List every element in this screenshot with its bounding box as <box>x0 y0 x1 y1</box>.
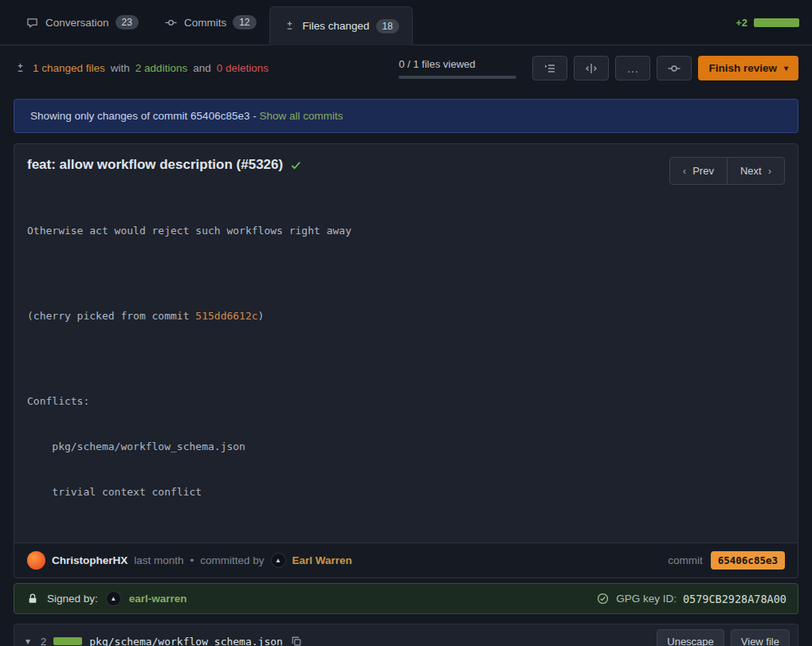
author-avatar[interactable] <box>27 551 45 570</box>
show-all-commits-link[interactable]: Show all commits <box>259 110 343 122</box>
tab-files-changed[interactable]: Files changed 18 <box>269 6 413 45</box>
chevron-left-icon: ‹ <box>683 165 686 177</box>
commit-message-line: pkg/schema/workflow_schema.json <box>27 439 785 454</box>
files-viewed-label: 0 / 1 files viewed <box>398 58 516 70</box>
file-name[interactable]: pkg/schema/workflow_schema.json <box>89 636 283 646</box>
commit-message-body: Otherwise act would reject such workflow… <box>14 190 798 542</box>
changed-files-count: 1 changed files <box>33 62 105 74</box>
unified-diff-button[interactable] <box>532 56 567 80</box>
additions-count: 2 additions <box>135 62 187 74</box>
changed-files-summary: 1 changed files with 2 additions and 0 d… <box>0 45 812 91</box>
file-diff-stat-bar <box>53 637 82 645</box>
pr-tabbar: Conversation 23 Commits 12 Files changed… <box>0 0 812 45</box>
commit-message-line: Otherwise act would reject such workflow… <box>27 223 785 238</box>
prev-commit-button[interactable]: ‹ Prev <box>669 157 728 185</box>
commit-icon <box>164 15 178 29</box>
signature-banner: Signed by: ▲ earl-warren GPG key ID: 057… <box>14 583 798 614</box>
gpg-key-label: GPG key ID: <box>616 593 677 605</box>
and-text: and <box>193 62 211 74</box>
lock-icon <box>25 592 39 606</box>
pr-diff-stat: +2 <box>736 0 799 45</box>
cherry-pick-commit-link[interactable]: 515dd6612c <box>195 310 257 322</box>
diff-options-button[interactable]: … <box>615 56 650 80</box>
commit-box: feat: allow workflow description (#5326)… <box>14 143 798 578</box>
files-viewed: 0 / 1 files viewed <box>398 58 516 79</box>
signer-name[interactable]: earl-warren <box>129 593 187 605</box>
commit-status-check-icon[interactable] <box>290 159 302 171</box>
committed-by-text: committed by <box>200 554 264 566</box>
diff-file-box: ▾ 2 pkg/schema/workflow_schema.json Unes… <box>14 624 798 646</box>
commit-title: feat: allow workflow description (#5326) <box>27 157 302 173</box>
prev-label: Prev <box>692 165 714 177</box>
banner-text: Showing only changes of commit 65406c85e… <box>30 110 257 122</box>
tab-files-changed-label: Files changed <box>303 20 370 32</box>
commit-message-line: (cherry picked from commit 515dd6612c) <box>27 308 785 323</box>
split-diff-button[interactable] <box>574 56 609 80</box>
files-changed-count-badge: 18 <box>376 19 399 33</box>
author-name[interactable]: ChristopherHX <box>52 554 127 566</box>
comment-bubble-icon <box>25 15 39 29</box>
signer-avatar[interactable]: ▲ <box>106 591 121 606</box>
tab-commits[interactable]: Commits 12 <box>151 0 269 45</box>
committer-avatar[interactable]: ▲ <box>271 553 286 568</box>
copy-filename-button[interactable] <box>290 634 304 646</box>
diff-file-header: ▾ 2 pkg/schema/workflow_schema.json Unes… <box>14 624 798 646</box>
diff-file-icon <box>14 61 27 76</box>
commit-title-text: feat: allow workflow description (#5326) <box>27 157 283 173</box>
with-text: with <box>111 62 130 74</box>
commit-sha-badge[interactable]: 65406c85e3 <box>711 551 785 570</box>
view-file-button[interactable]: View file <box>731 629 790 646</box>
gpg-key-id: 0579CB2928A78A00 <box>683 593 787 605</box>
signed-by-label: Signed by: <box>47 593 98 605</box>
committer-name[interactable]: Earl Warren <box>292 554 352 566</box>
commit-message-line: trivial context conflict <box>27 484 785 499</box>
diff-stat-bar <box>754 18 799 27</box>
commit-meta-row: ChristopherHX last month • committed by … <box>14 542 798 577</box>
commit-label: commit <box>668 554 703 566</box>
commit-filter-banner: Showing only changes of commit 65406c85e… <box>14 99 798 133</box>
chevron-right-icon: › <box>768 165 771 177</box>
tab-conversation-label: Conversation <box>45 17 109 29</box>
file-collapse-chevron[interactable]: ▾ <box>22 634 33 646</box>
finish-review-button[interactable]: Finish review ▾ <box>698 56 798 80</box>
commit-select-button[interactable] <box>657 56 692 80</box>
tab-commits-label: Commits <box>184 17 226 29</box>
file-change-count: 2 <box>41 636 46 646</box>
tab-conversation[interactable]: Conversation 23 <box>13 0 151 45</box>
next-commit-button[interactable]: Next › <box>727 157 785 185</box>
commit-time: last month <box>134 554 183 566</box>
finish-review-label: Finish review <box>708 62 777 74</box>
unescape-button[interactable]: Unescape <box>657 629 724 646</box>
diff-stat-additions: +2 <box>736 17 747 29</box>
diff-icon <box>283 19 296 33</box>
deletions-count: 0 deletions <box>217 62 269 74</box>
shield-check-icon <box>596 592 610 606</box>
commit-message-line: Conflicts: <box>27 393 785 409</box>
dot-separator: • <box>190 554 194 566</box>
commits-count-badge: 12 <box>233 15 256 29</box>
files-viewed-progress <box>398 76 516 79</box>
dropdown-caret-icon: ▾ <box>784 64 788 72</box>
conversation-count-badge: 23 <box>116 15 139 29</box>
next-label: Next <box>740 165 762 177</box>
commit-nav: ‹ Prev Next › <box>669 157 785 185</box>
